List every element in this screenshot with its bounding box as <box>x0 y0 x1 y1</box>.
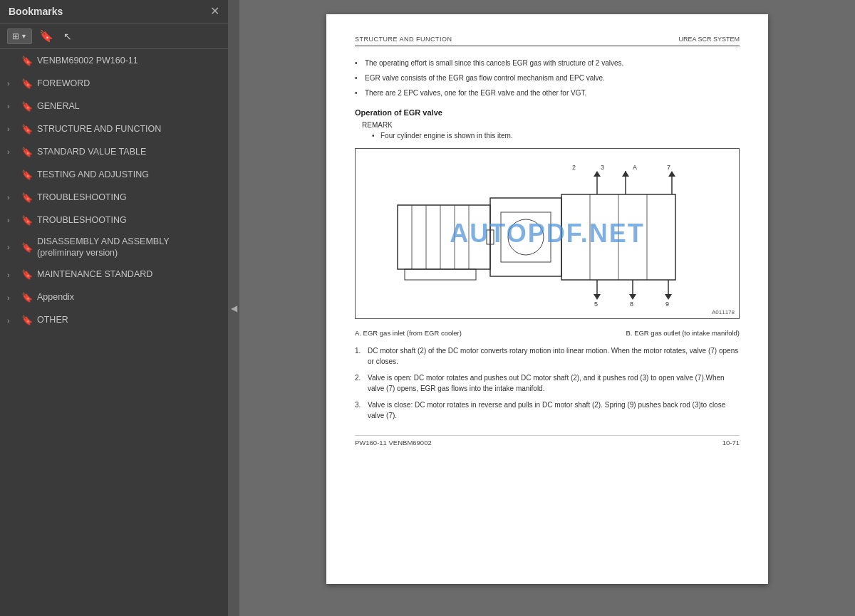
svg-marker-26 <box>629 294 636 300</box>
svg-rect-33 <box>405 269 476 280</box>
num-list-item-3: 3. Valve is close: DC motor rotates in r… <box>355 400 740 421</box>
legend-a: A. EGR gas inlet (from EGR cooler) <box>355 329 462 337</box>
close-button[interactable]: ✕ <box>210 6 219 17</box>
sidebar-item-label: TROUBLESHOOTING <box>37 192 222 203</box>
numbered-list: 1. DC motor shaft (2) of the DC motor co… <box>355 345 740 421</box>
svg-marker-24 <box>594 294 601 300</box>
sidebar-item-label: DISASSEMBLY AND ASSEMBLY (preliminary ve… <box>37 236 222 259</box>
sidebar-item-trouble1[interactable]: › 🔖 TROUBLESHOOTING <box>0 186 228 209</box>
search-bookmark-button[interactable]: 🔖 <box>36 28 56 44</box>
svg-marker-14 <box>594 171 601 177</box>
chevron-icon: › <box>7 125 17 133</box>
bookmark-icon: 🔖 <box>21 78 33 89</box>
diagram-label: A011178 <box>712 309 735 315</box>
svg-marker-16 <box>622 171 629 177</box>
sidebar-header: Bookmarks ✕ <box>0 0 228 24</box>
chevron-icon: › <box>7 243 17 251</box>
bookmark-view-button[interactable]: ⊞ ▼ <box>7 28 32 44</box>
cursor-indicator: ↖ <box>61 29 75 43</box>
footer-left: PW160-11 VENBM69002 <box>355 439 432 447</box>
chevron-icon: › <box>7 79 17 88</box>
remark-label: REMARK <box>355 121 740 129</box>
num-list-item-1: 1. DC motor shaft (2) of the DC motor co… <box>355 345 740 367</box>
svg-text:8: 8 <box>630 301 633 308</box>
sidebar-toolbar: ⊞ ▼ 🔖 ↖ <box>0 24 228 49</box>
chevron-icon: › <box>7 102 17 110</box>
bookmark-icon: 🔖 <box>21 124 33 135</box>
search-bookmark-icon: 🔖 <box>39 30 53 42</box>
chevron-down-icon: ▼ <box>21 33 27 40</box>
sidebar: Bookmarks ✕ ⊞ ▼ 🔖 ↖ › 🔖 VENBM69002 PW160… <box>0 0 228 616</box>
bookmark-icon: 🔖 <box>21 147 33 157</box>
sidebar-item-testing[interactable]: › 🔖 TESTING AND ADJUSTING <box>0 163 228 186</box>
sidebar-item-label: Appendix <box>37 291 222 303</box>
main-content: STRUCTURE AND FUNCTION UREA SCR system T… <box>239 0 855 616</box>
svg-marker-22 <box>668 171 675 177</box>
chevron-icon: › <box>7 293 17 302</box>
collapse-sidebar-button[interactable]: ◀ <box>228 0 239 616</box>
sidebar-item-label: FOREWORD <box>37 78 222 89</box>
sidebar-item-label: TESTING AND ADJUSTING <box>37 169 222 180</box>
chevron-icon: › <box>7 271 17 279</box>
page-header-right: UREA SCR system <box>678 36 740 43</box>
bookmark-icon: 🔖 <box>21 269 33 280</box>
sidebar-item-label: MAINTENANCE STANDARD <box>37 268 222 280</box>
chevron-icon: › <box>7 316 17 325</box>
footer-right: 10-71 <box>722 439 740 447</box>
page-viewer[interactable]: STRUCTURE AND FUNCTION UREA SCR system T… <box>239 0 855 616</box>
svg-text:7: 7 <box>667 164 670 171</box>
remark-item: Four cylinder engine is shown in this it… <box>372 132 740 140</box>
bookmark-icon: 🔖 <box>21 292 33 303</box>
sidebar-item-trouble2[interactable]: › 🔖 TROUBLESHOOTING <box>0 209 228 231</box>
sidebar-item-appendix[interactable]: › 🔖 Appendix <box>0 286 228 309</box>
bullet-item: There are 2 EPC valves, one for the EGR … <box>355 88 740 98</box>
section-title: Operation of EGR valve <box>355 108 740 117</box>
page-header-left: STRUCTURE AND FUNCTION <box>355 36 452 43</box>
svg-marker-28 <box>665 294 672 300</box>
chevron-icon: › <box>7 147 17 156</box>
bullet-item: EGR valve consists of the EGR gas flow c… <box>355 73 740 83</box>
sidebar-item-disassembly[interactable]: › 🔖 DISASSEMBLY AND ASSEMBLY (preliminar… <box>0 231 228 263</box>
chevron-icon: › <box>7 193 17 202</box>
grid-icon: ⊞ <box>12 31 19 41</box>
num-list-item-2: 2. Valve is open: DC motor rotates and p… <box>355 372 740 394</box>
chevron-icon: › <box>7 216 17 224</box>
bullet-item: The operating effort is small since this… <box>355 58 740 68</box>
bookmark-icon: 🔖 <box>21 101 33 112</box>
bookmark-filled-icon: 🔖 <box>21 242 33 253</box>
sidebar-items: › 🔖 VENBM69002 PW160-11 › 🔖 FOREWORD › 🔖… <box>0 49 228 616</box>
page-header: STRUCTURE AND FUNCTION UREA SCR system <box>355 36 740 46</box>
bookmark-icon: 🔖 <box>21 215 33 226</box>
svg-text:9: 9 <box>665 301 669 308</box>
bookmark-icon: 🔖 <box>21 192 33 203</box>
legend-b: B. EGR gas outlet (to intake manifold) <box>626 329 740 337</box>
intro-bullets: The operating effort is small since this… <box>355 58 740 98</box>
sidebar-item-standard[interactable]: › 🔖 STANDARD VALUE TABLE <box>0 140 228 163</box>
svg-text:A: A <box>633 164 637 171</box>
sidebar-item-maintenance[interactable]: › 🔖 MAINTENANCE STANDARD <box>0 263 228 286</box>
page-footer: PW160-11 VENBM69002 10-71 <box>355 435 740 447</box>
egr-diagram-container: 2 3 A 7 5 8 9 <box>355 148 740 319</box>
watermark: AUTOPDF.NET <box>450 219 644 249</box>
sidebar-item-other[interactable]: › 🔖 OTHER <box>0 309 228 332</box>
svg-text:5: 5 <box>594 301 598 308</box>
sidebar-item-general[interactable]: › 🔖 GENERAL <box>0 95 228 118</box>
legend-row: A. EGR gas inlet (from EGR cooler) B. EG… <box>355 329 740 337</box>
remark-list: Four cylinder engine is shown in this it… <box>355 132 740 140</box>
bookmark-icon: 🔖 <box>21 56 33 66</box>
sidebar-title: Bookmarks <box>9 6 63 17</box>
sidebar-item-label: STRUCTURE AND FUNCTION <box>37 123 222 135</box>
sidebar-item-label: GENERAL <box>37 100 222 112</box>
sidebar-item-foreword[interactable]: › 🔖 FOREWORD <box>0 72 228 95</box>
sidebar-item-structure[interactable]: › 🔖 STRUCTURE AND FUNCTION <box>0 118 228 140</box>
sidebar-item-label: TROUBLESHOOTING <box>37 214 222 226</box>
sidebar-item-root[interactable]: › 🔖 VENBM69002 PW160-11 <box>0 49 228 72</box>
sidebar-item-label: STANDARD VALUE TABLE <box>37 146 222 157</box>
bookmark-icon: 🔖 <box>21 169 33 180</box>
page-container: STRUCTURE AND FUNCTION UREA SCR system T… <box>326 14 768 584</box>
bookmark-icon: 🔖 <box>21 315 33 325</box>
sidebar-item-label: OTHER <box>37 314 222 325</box>
sidebar-item-label: VENBM69002 PW160-11 <box>37 55 222 66</box>
svg-text:2: 2 <box>572 164 576 171</box>
svg-text:3: 3 <box>601 164 604 171</box>
